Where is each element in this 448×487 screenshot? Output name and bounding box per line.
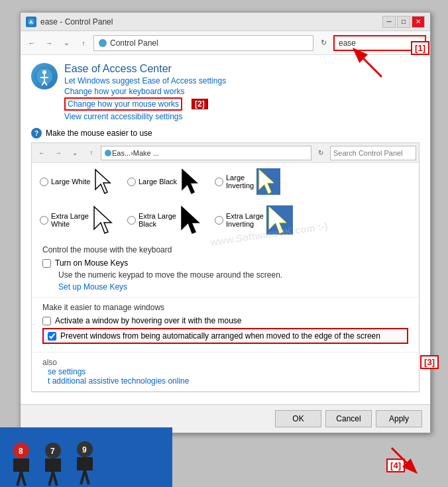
svg-line-24 bbox=[21, 472, 25, 486]
ease-header: Ease of Access Center Let Windows sugges… bbox=[31, 63, 420, 121]
minimize-button[interactable]: ─ bbox=[382, 16, 396, 28]
cursor-label-xl-inverting: Extra LargeInverting bbox=[226, 212, 264, 228]
cursor-row-1: Large White Large Black bbox=[32, 163, 419, 200]
ease-link-2[interactable]: Change how your keyboard works bbox=[64, 87, 226, 96]
ease-text-block: Ease of Access Center Let Windows sugges… bbox=[64, 63, 226, 121]
prevent-arrange-label: Prevent windows from being automatically… bbox=[60, 331, 380, 341]
cursor-preview-xl-inverting bbox=[266, 205, 293, 235]
prevent-arrange-checkbox[interactable] bbox=[48, 332, 56, 341]
prevent-arrange-row: Prevent windows from being automatically… bbox=[42, 328, 408, 344]
close-button[interactable]: ✕ bbox=[412, 16, 425, 28]
hover-window-label: Activate a window by hovering over it wi… bbox=[55, 316, 241, 325]
maximize-button[interactable]: □ bbox=[397, 16, 410, 28]
apply-button[interactable]: Apply bbox=[376, 410, 422, 427]
cursor-radio-xl-inverting[interactable] bbox=[215, 216, 223, 225]
hover-window-row: Activate a window by hovering over it wi… bbox=[42, 316, 408, 325]
cursor-label-large-inverting: LargeInverting bbox=[226, 174, 254, 189]
cursor-option-large-white: Large White bbox=[40, 168, 119, 195]
cursor-option-xl-inverting: Extra LargeInverting bbox=[215, 205, 294, 235]
cursor-preview-xl-black bbox=[179, 205, 203, 235]
make-mouse-text: Make the mouse easier to use bbox=[46, 129, 152, 138]
title-bar: A ease - Control Panel ─ □ ✕ bbox=[21, 13, 430, 31]
svg-point-9 bbox=[105, 150, 111, 156]
main-window: A ease - Control Panel ─ □ ✕ ← → ⌄ ↑ Con… bbox=[20, 12, 431, 433]
refresh-button[interactable]: ↻ bbox=[316, 36, 331, 50]
inner-address-path[interactable]: Eas... › Make ... bbox=[101, 146, 311, 160]
cancel-button[interactable]: Cancel bbox=[325, 410, 372, 427]
control-panel-icon bbox=[98, 38, 107, 48]
title-bar-controls: ─ □ ✕ bbox=[382, 16, 425, 28]
inner-back-button[interactable]: ← bbox=[34, 146, 49, 160]
ease-links: Let Windows suggest Ease of Access setti… bbox=[64, 76, 226, 121]
mouse-keys-description: Use the numeric keypad to move the mouse… bbox=[58, 270, 408, 280]
inner-dropdown-button[interactable]: ⌄ bbox=[68, 146, 82, 160]
svg-point-2 bbox=[99, 39, 107, 47]
cursor-label-large-black: Large Black bbox=[139, 178, 177, 186]
up-button[interactable]: ↑ bbox=[76, 36, 91, 50]
cursor-options-area: Large White Large Black bbox=[32, 163, 419, 392]
ease-title: Ease of Access Center bbox=[64, 63, 226, 75]
cursor-radio-large-white[interactable] bbox=[40, 178, 48, 186]
cursor-label-large-white: Large White bbox=[51, 178, 90, 186]
svg-line-29 bbox=[53, 472, 57, 486]
svg-marker-11 bbox=[182, 170, 197, 193]
inner-refresh-button[interactable]: ↻ bbox=[313, 146, 328, 160]
cursor-radio-xl-black[interactable] bbox=[127, 216, 136, 225]
inner-panel: ← → ⌄ ↑ Eas... › Make ... ↻ bbox=[31, 142, 420, 392]
keyboard-control-section: Control the mouse with the keyboard Turn… bbox=[32, 240, 419, 298]
svg-text:8: 8 bbox=[19, 447, 23, 456]
inner-address-bar: ← → ⌄ ↑ Eas... › Make ... ↻ bbox=[32, 143, 419, 163]
also-links: se settings t additional assistive techn… bbox=[48, 367, 408, 386]
cursor-preview-large-inverting bbox=[256, 168, 280, 195]
svg-text:9: 9 bbox=[82, 445, 87, 455]
svg-marker-10 bbox=[95, 170, 110, 193]
content-area: Ease of Access Center Let Windows sugges… bbox=[21, 55, 430, 404]
also-section: also se settings t additional assistive … bbox=[32, 352, 419, 392]
cartoon-figures: 8 7 9 bbox=[0, 427, 172, 487]
svg-marker-14 bbox=[94, 207, 111, 233]
back-button[interactable]: ← bbox=[25, 36, 39, 50]
ease-link-4[interactable]: View current accessibility settings bbox=[64, 112, 226, 121]
cursor-option-large-black: Large Black bbox=[127, 168, 207, 195]
svg-text:7: 7 bbox=[50, 447, 55, 456]
svg-text:A: A bbox=[29, 19, 33, 25]
mouse-keys-checkbox[interactable] bbox=[42, 259, 51, 268]
ok-button[interactable]: OK bbox=[275, 410, 321, 427]
cursor-radio-xl-white[interactable] bbox=[40, 216, 48, 225]
cursor-radio-large-black[interactable] bbox=[127, 178, 136, 186]
ease-link-1[interactable]: Let Windows suggest Ease of Access setti… bbox=[64, 76, 226, 85]
inner-forward-button[interactable]: → bbox=[51, 146, 66, 160]
mouse-keys-label: Turn on Mouse Keys bbox=[55, 258, 128, 268]
address-path[interactable]: Control Panel bbox=[93, 35, 313, 51]
also-label: also bbox=[42, 358, 408, 367]
svg-rect-32 bbox=[77, 457, 93, 470]
ease-logo bbox=[35, 67, 54, 85]
forward-button[interactable]: → bbox=[42, 36, 56, 50]
svg-point-4 bbox=[42, 70, 46, 74]
windows-section-title: Make it easier to manage windows bbox=[42, 303, 408, 312]
also-link-1[interactable]: se settings bbox=[48, 367, 85, 376]
dropdown-button[interactable]: ⌄ bbox=[59, 36, 74, 50]
annotation-label-2: [2] bbox=[192, 99, 208, 109]
make-mouse-row: ? Make the mouse easier to use bbox=[31, 128, 420, 138]
cursor-preview-large-white bbox=[93, 168, 114, 195]
keyboard-section-title: Control the mouse with the keyboard bbox=[42, 245, 408, 254]
ease-icon bbox=[31, 63, 58, 89]
setup-mouse-keys-link[interactable]: Set up Mouse Keys bbox=[58, 282, 127, 292]
address-text: Control Panel bbox=[110, 38, 158, 48]
mouse-keys-row: Turn on Mouse Keys bbox=[42, 258, 408, 268]
window-icon: A bbox=[26, 17, 36, 27]
inner-search-input[interactable] bbox=[330, 146, 416, 160]
title-bar-text: ease - Control Panel bbox=[40, 17, 378, 27]
svg-line-34 bbox=[85, 470, 89, 484]
hover-window-checkbox[interactable] bbox=[42, 317, 51, 325]
svg-marker-15 bbox=[182, 207, 199, 233]
also-link-2[interactable]: t additional assistive technologies onli… bbox=[48, 376, 189, 386]
annotation-1: [1] bbox=[411, 41, 429, 55]
cursor-radio-large-inverting[interactable] bbox=[215, 178, 223, 186]
inner-path-icon bbox=[104, 149, 112, 157]
ease-link-3[interactable]: Change how your mouse works bbox=[64, 97, 182, 111]
cursor-option-xl-black: Extra LargeBlack bbox=[127, 205, 207, 235]
inner-up-button[interactable]: ↑ bbox=[84, 146, 99, 160]
help-icon: ? bbox=[31, 128, 42, 138]
